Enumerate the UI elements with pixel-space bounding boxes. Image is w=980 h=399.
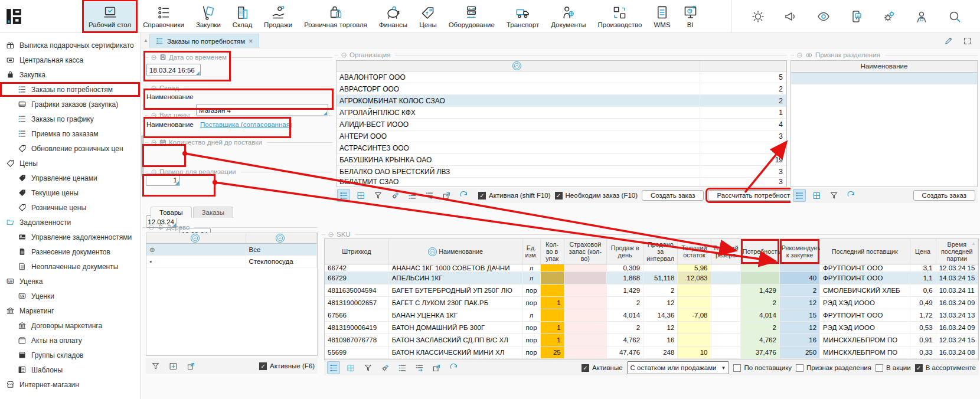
module-wms[interactable]: WMS [648,0,676,32]
datetime-input[interactable]: 18.03.24 16:56 [146,64,201,76]
tab-orders-by-needs[interactable]: Заказы по потребностям × [149,34,259,48]
stock-filter-select[interactable]: С остатком или продажами ▼ [627,361,730,374]
split-flag-column-header[interactable]: Наименование [791,61,977,73]
toolbar-refresh-button[interactable] [457,189,470,202]
sku-column-4[interactable]: Страховой запас (кол-во) [564,239,606,264]
toolbar-refresh-button[interactable] [844,189,857,202]
tree-column-name[interactable] [246,233,317,244]
toolbar-export-button[interactable] [440,189,453,202]
sidebar-item-14[interactable]: Разнесение документов [0,244,140,259]
sku-column-9[interactable]: Потребность [740,239,779,264]
sidebar-item-22[interactable]: Шаблоны [0,362,140,377]
module-sales[interactable]: Продажи [258,0,298,32]
price-type-link[interactable]: Поставщика (согласованная) [200,121,292,128]
tree-row[interactable]: ▪Стеклопосуда [146,256,317,267]
sidebar-item-6[interactable]: Приемка по заказам [0,126,140,141]
sku-column-1[interactable]: Наименование [388,239,522,264]
minus-icon[interactable] [151,139,157,146]
tab-goods[interactable]: Товары [151,207,192,218]
sidebar-item-21[interactable]: Группы складов [0,348,140,362]
org-row[interactable]: АГРОКОМБИНАТ КОЛОС СЗАО2 [337,95,786,107]
minus-icon[interactable] [151,112,157,119]
settings-icon[interactable] [882,9,896,24]
sidebar-item-12[interactable]: Задолженности [0,215,140,230]
sidebar-item-16[interactable]: МУценка [0,274,140,289]
toolbar-filter-button[interactable] [827,189,840,202]
profile-icon[interactable] [914,9,929,24]
sku-column-10[interactable]: Рекомендуемое к закупке [779,239,819,264]
sidebar-item-7[interactable]: Обновление розничных цен [0,141,140,156]
toolbar-settings-button[interactable] [388,189,401,202]
toolbar-view-rows-button[interactable] [793,189,806,202]
sku-column-0[interactable]: Штрихкод [325,239,388,264]
toolbar-plusbox-button[interactable] [166,359,179,372]
org-row[interactable]: АСТРАСИНТЕЗ ООО1 [337,142,786,154]
module-retail[interactable]: Розничная торговля [298,0,373,32]
module-refbook[interactable]: Справочники [137,0,190,32]
split-flag-selected-row[interactable] [791,73,977,84]
search-icon[interactable] [948,9,962,24]
tab-orders[interactable]: Заказы [193,207,233,218]
announcement-icon[interactable] [783,9,798,24]
sku-row[interactable]: 4811635004594БАГЕТ БУТЕРБРОДНЫЙ УП 250Г … [325,284,978,297]
toolbar-view-rows-button[interactable] [327,361,340,374]
sku-column-12[interactable]: Цена [910,239,936,264]
sku-row[interactable]: 67566БАНАН УЦЕНКА 1КГл4,01414,36-7,084,0… [325,309,978,322]
sku-column-7[interactable]: Текущий остаток [678,239,711,264]
toolbar-export-button[interactable] [184,359,197,372]
sidebar-item-23[interactable]: Интернет-магазин [0,377,140,392]
sku-column-13[interactable]: Время последней партии▲ [936,239,978,264]
sku-row[interactable]: 4813190006419БАТОН ДОМАШНИЙ РБ 300Гпор12… [325,322,978,334]
checkbox-icon[interactable] [582,364,589,372]
org-row[interactable]: АНТЕРИ ООО3 [337,130,786,142]
tree-row[interactable]: ⊕Все [146,244,317,256]
checkbox-icon[interactable] [876,364,883,372]
toolbar-grid-button[interactable] [810,189,823,202]
calculate-need-button[interactable]: Рассчитать потребность [708,190,802,201]
minus-icon[interactable] [151,169,157,175]
minus-icon[interactable] [151,54,157,61]
brightness-icon[interactable] [751,9,765,24]
create-order-button[interactable]: Создать заказ [642,190,704,201]
sidebar-item-9[interactable]: Управление ценами [0,171,140,185]
org-row[interactable]: АГРОЛАЙНПЛЮС КФХ1 [337,107,786,119]
sidebar-item-4[interactable]: Графики заказов (закупка) [0,97,140,112]
toolbar-filter-button[interactable] [149,359,162,372]
sidebar-item-19[interactable]: Договоры маркетинга [0,318,140,333]
toolbar-list-arrow-button[interactable] [413,361,426,374]
sku-column-6[interactable]: Продано за интервал [643,239,678,264]
sidebar-item-8[interactable]: Цены [0,156,140,171]
sidebar-item-1[interactable]: Центральная касса [0,53,140,67]
checkbox-icon[interactable] [915,364,923,372]
sku-row[interactable]: 4810987076778БАТОН ЗАСЛАВСКИЙ СД.ПП В/С … [325,334,978,346]
sidebar-item-17[interactable]: МУценки [0,289,140,303]
org-row[interactable]: АЛИДИ-ВЕСТ ИООО4 [337,119,786,130]
sidebar-item-5[interactable]: Заказы по графику [0,112,140,126]
sidebar-item-11[interactable]: Розничные цены [0,200,140,215]
module-documents[interactable]: Документы [545,0,592,32]
sidebar-item-3[interactable]: Заказы по потребностям [0,82,140,97]
sidebar-item-0[interactable]: Выписка подарочных сертификато [0,38,140,53]
org-column-name[interactable] [337,61,700,71]
toolbar-grid-button[interactable] [344,361,357,374]
checkbox-active-f6[interactable]: Активные (F6) [259,362,315,370]
org-row[interactable]: БАБУШКИНА КРЫНКА ОАО19 [337,154,786,166]
sidebar-item-2[interactable]: Закупка [0,67,140,82]
checkbox-icon[interactable] [478,192,486,200]
org-row[interactable]: АВАЛОНТОРГ ООО5 [337,71,786,83]
toolbar-view-rows-button[interactable] [337,189,350,202]
org-row[interactable]: БЕЛАЛКО ОАО БРЕСТСКИЙ ЛВЗ3 [337,166,786,178]
toolbar-grid-button[interactable] [354,189,367,202]
toolbar-refresh-button[interactable] [447,361,460,374]
toolbar-list-button[interactable] [406,189,419,202]
checkbox-sku-active[interactable]: Активные [582,364,623,372]
sku-row[interactable]: 66729АПЕЛЬСИН 1КГл1,86851,11812,08340ФРУ… [325,272,978,284]
checkbox-icon[interactable] [555,192,563,200]
org-row[interactable]: БЕЛАТМИТ СЗАО3 [337,178,786,187]
sku-row[interactable]: 4813190002657БАГЕТ С ЛУКОМ 230Г ПАК.РБпо… [325,297,978,309]
tree-expand-icon[interactable]: ⊕ [146,244,246,256]
sku-column-5[interactable]: Продаж в день [606,239,643,264]
checkbox-icon[interactable] [733,364,741,372]
module-finance[interactable]: Финансы [373,0,413,32]
minus-icon[interactable] [341,52,347,58]
